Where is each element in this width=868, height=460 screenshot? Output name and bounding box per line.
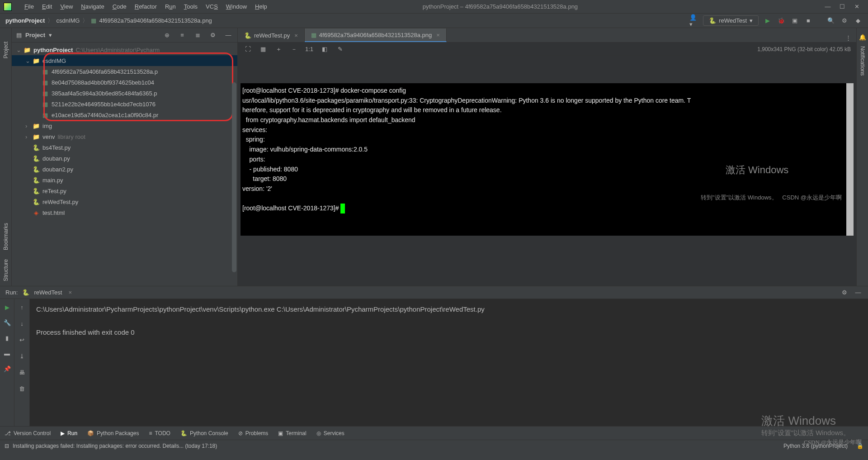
breadcrumb-file[interactable]: 4f69582a75a9406fa658b4321513528a.png: [99, 17, 212, 24]
maximize-button[interactable]: ☐: [839, 4, 845, 10]
image-icon: ▦: [42, 101, 49, 108]
hide-panel-icon[interactable]: —: [224, 31, 233, 40]
tree-file-py[interactable]: 🐍douban.py: [12, 153, 237, 164]
run-config-name: reWedTest: [719, 17, 747, 24]
menu-refactor[interactable]: Refactor: [131, 1, 160, 12]
run-left-toolbar: ▶ 🔧 ▮ ▬ 📌: [0, 299, 14, 426]
tree-file-png[interactable]: ▦5211e22b2e464955bb1e4cbd7ecb1076: [12, 99, 237, 109]
print-icon[interactable]: 🖶: [18, 368, 27, 377]
user-icon[interactable]: 👤▾: [689, 16, 698, 25]
layout-icon[interactable]: ▬: [3, 349, 12, 358]
breadcrumb-root[interactable]: pythonProject: [5, 17, 45, 24]
tree-folder-csdnimg[interactable]: ⌄📁 csdnIMG: [12, 55, 237, 66]
tree-folder-img[interactable]: ›📁img: [12, 120, 237, 131]
soft-wrap-icon[interactable]: ↩: [18, 335, 27, 344]
expand-all-icon[interactable]: ≡: [178, 31, 187, 40]
tree-root[interactable]: ⌄📁 pythonProject C:\Users\Administrator\…: [12, 44, 237, 55]
bottom-tab-version-control[interactable]: ⎇Version Control: [5, 430, 51, 436]
menu-view[interactable]: View: [57, 1, 76, 12]
run-button[interactable]: ▶: [763, 16, 772, 25]
pause-icon[interactable]: ▮: [3, 333, 12, 342]
rerun-icon[interactable]: ▶: [3, 303, 12, 312]
select-opened-file-icon[interactable]: ⊕: [162, 31, 171, 40]
bottom-tab-python-console[interactable]: 🐍Python Console: [180, 430, 228, 436]
tree-file-png[interactable]: ▦8e04d75088ad4bb0bf9374625beb1c04: [12, 77, 237, 88]
bottom-tab-problems[interactable]: ⊘Problems: [238, 430, 269, 436]
tree-file-py[interactable]: 🐍douban2.py: [12, 164, 237, 175]
scroll-end-icon[interactable]: ⤓: [18, 351, 27, 360]
stop-button[interactable]: ■: [804, 16, 813, 25]
interpreter-indicator[interactable]: Python 3.6 (pythonProject): [783, 443, 848, 449]
tree-item-label: 5211e22b2e464955bb1e4cbd7ecb1076: [52, 101, 156, 108]
menu-run[interactable]: Run: [161, 1, 179, 12]
tree-file-py[interactable]: 🐍main.py: [12, 175, 237, 185]
close-tab-icon[interactable]: ×: [436, 32, 440, 38]
zoom-out-icon[interactable]: －: [289, 45, 298, 54]
tree-file-py[interactable]: 🐍reWedTest.py: [12, 196, 237, 207]
event-log-icon[interactable]: ⊟: [5, 443, 9, 449]
menu-navigate[interactable]: Navigate: [77, 1, 108, 12]
settings-icon[interactable]: ⚙: [208, 31, 217, 40]
menu-code[interactable]: Code: [109, 1, 130, 12]
close-button[interactable]: ✕: [854, 4, 860, 10]
tree-item-label: douban2.py: [42, 166, 73, 173]
project-tree: ⌄📁 pythonProject C:\Users\Administrator\…: [12, 43, 237, 286]
tree-file-png[interactable]: ▦4f69582a75a9406fa658b4321513528a.p: [12, 66, 237, 77]
sidebar-tab-bookmarks[interactable]: Bookmarks: [1, 218, 11, 255]
zoom-in-icon[interactable]: ＋: [274, 45, 283, 54]
menu-edit[interactable]: Edit: [38, 1, 56, 12]
up-stack-icon[interactable]: ↑: [18, 303, 27, 312]
minimize-button[interactable]: —: [825, 4, 831, 10]
tab-list-icon[interactable]: ⋮: [844, 33, 853, 42]
ide-updates-icon[interactable]: ◆: [854, 16, 863, 25]
status-message[interactable]: Installing packages failed: Installing p…: [13, 443, 217, 449]
menu-file[interactable]: File: [21, 1, 38, 12]
sidebar-tab-notifications[interactable]: Notifications: [858, 42, 868, 80]
lock-icon[interactable]: 🔒: [857, 443, 863, 449]
notifications-icon[interactable]: 🔔: [858, 33, 867, 42]
chevron-down-icon[interactable]: ▾: [49, 32, 52, 38]
bottom-tab-run[interactable]: ▶Run: [61, 430, 77, 436]
bottom-tab-terminal[interactable]: ▣Terminal: [278, 430, 306, 436]
bottom-tab-todo[interactable]: ≡TODO: [149, 430, 170, 436]
close-tab-icon[interactable]: ×: [294, 32, 298, 39]
console-line: Process finished with exit code 0: [36, 327, 862, 338]
hide-panel-icon[interactable]: —: [854, 288, 863, 297]
down-stack-icon[interactable]: ↓: [18, 319, 27, 328]
pin-icon[interactable]: 📌: [3, 364, 12, 373]
editor-tab-rewedtest[interactable]: 🐍 reWedTest.py ×: [238, 28, 305, 42]
sidebar-tab-project[interactable]: Project: [1, 37, 11, 63]
color-picker-icon[interactable]: ✎: [335, 45, 344, 54]
run-console-output[interactable]: C:\Users\Administrator\PycharmProjects\p…: [30, 299, 868, 426]
run-panel-name: reWedTest: [34, 289, 62, 296]
background-icon[interactable]: ◧: [320, 45, 329, 54]
tree-file-html[interactable]: ◈test.html: [12, 207, 237, 218]
breadcrumb-folder[interactable]: csdnIMG: [56, 17, 80, 24]
run-configuration-selector[interactable]: 🐍 reWedTest ▾: [703, 15, 759, 26]
editor-tab-image[interactable]: ▦ 4f69582a75a9406fa658b4321513528a.png ×: [305, 28, 447, 42]
settings-icon[interactable]: ⚙: [840, 288, 849, 297]
clear-icon[interactable]: 🗑: [18, 384, 27, 393]
tree-folder-venv[interactable]: ›📁venvlibrary root: [12, 131, 237, 142]
image-viewport[interactable]: [root@localhost CVE-2018-1273]# docker-c…: [238, 56, 856, 286]
actual-size-icon[interactable]: 1:1: [305, 45, 314, 54]
navigation-bar: pythonProject 〉 csdnIMG 〉 ▦ 4f69582a75a9…: [0, 14, 868, 28]
bottom-tab-packages[interactable]: 📦Python Packages: [87, 430, 139, 436]
run-coverage-button[interactable]: ▣: [790, 16, 799, 25]
tree-file-png[interactable]: ▦e10ace19d5a74f40a2cea1c1a0f90c84.pr: [12, 109, 237, 120]
settings-icon[interactable]: ⚙: [840, 16, 849, 25]
close-tab-icon[interactable]: ×: [68, 289, 72, 296]
bottom-tab-services[interactable]: ◎Services: [316, 430, 344, 436]
debug-button[interactable]: 🐞: [777, 16, 786, 25]
collapse-all-icon[interactable]: ≣: [193, 31, 202, 40]
fit-zoom-icon[interactable]: ⛶: [243, 45, 252, 54]
sidebar-tab-structure[interactable]: Structure: [1, 255, 11, 286]
tree-file-png[interactable]: ▦385aaf4a5c984a30b6ed85c484fa6365.p: [12, 88, 237, 99]
grid-icon[interactable]: ▦: [259, 45, 268, 54]
scrollbar[interactable]: [232, 82, 236, 272]
stop-icon[interactable]: 🔧: [3, 318, 12, 327]
tree-file-py[interactable]: 🐍bs4Test.py: [12, 142, 237, 153]
tree-item-label: 385aaf4a5c984a30b6ed85c484fa6365.p: [52, 90, 157, 97]
tree-file-py[interactable]: 🐍reTest.py: [12, 185, 237, 196]
search-icon[interactable]: 🔍: [826, 16, 835, 25]
